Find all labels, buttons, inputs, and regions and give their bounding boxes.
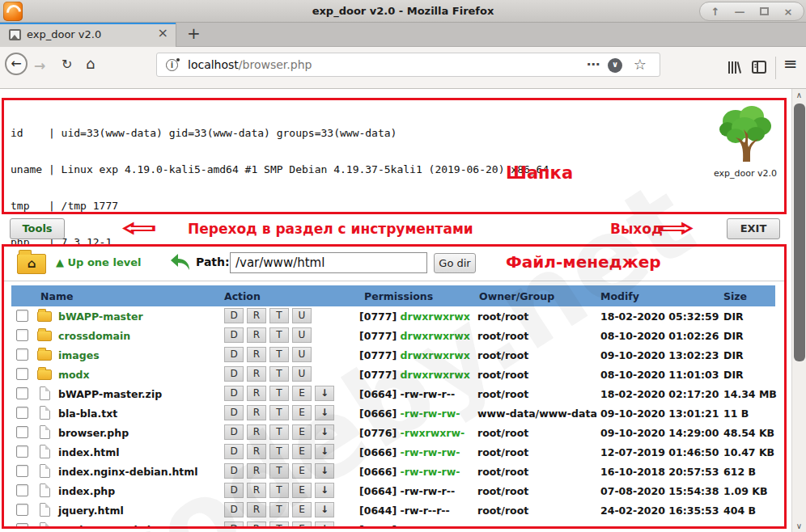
action-button-T[interactable]: T xyxy=(269,386,289,401)
column-header-name[interactable]: Name xyxy=(40,290,73,302)
tools-button[interactable]: Tools xyxy=(10,218,65,239)
vertical-scrollbar[interactable]: ∧ ∨ xyxy=(791,89,806,532)
shade-button[interactable]: ↑ xyxy=(710,3,721,19)
action-button-D[interactable]: D xyxy=(224,483,244,498)
back-button[interactable]: ← xyxy=(5,53,28,75)
action-button-↓[interactable]: ↓ xyxy=(315,463,334,479)
maximize-button[interactable] xyxy=(758,3,770,19)
site-info-icon[interactable]: i xyxy=(166,59,178,71)
action-button-E[interactable]: E xyxy=(292,444,312,459)
tab-close-button[interactable]: × xyxy=(158,25,168,40)
home-folder-button[interactable]: ⌂ xyxy=(17,249,48,275)
action-button-R[interactable]: R xyxy=(247,444,266,459)
action-button-R[interactable]: R xyxy=(247,347,266,362)
action-button-R[interactable]: R xyxy=(247,366,266,382)
row-checkbox[interactable] xyxy=(16,484,28,496)
action-button-T[interactable]: T xyxy=(269,366,289,382)
action-button-T[interactable]: T xyxy=(269,483,289,498)
row-checkbox[interactable] xyxy=(16,426,28,438)
action-button-D[interactable]: D xyxy=(224,405,244,420)
file-name[interactable]: index.php xyxy=(58,485,115,497)
tab-exp-door[interactable]: exp_door v2.0 × xyxy=(0,23,176,47)
minimize-button[interactable]: — xyxy=(734,3,745,19)
action-button-E[interactable]: E xyxy=(292,463,312,479)
row-checkbox[interactable] xyxy=(16,504,28,516)
close-button[interactable]: × xyxy=(783,3,794,19)
action-button-T[interactable]: T xyxy=(269,502,289,517)
forward-button[interactable]: → xyxy=(34,57,45,74)
action-button-D[interactable]: D xyxy=(224,521,244,529)
action-button-R[interactable]: R xyxy=(247,327,266,343)
action-button-T[interactable]: T xyxy=(269,521,289,529)
row-checkbox[interactable] xyxy=(16,368,28,380)
action-button-T[interactable]: T xyxy=(269,405,289,420)
action-button-D[interactable]: D xyxy=(224,463,244,479)
action-button-T[interactable]: T xyxy=(269,444,289,459)
file-name[interactable]: jquery.html xyxy=(58,505,124,517)
row-checkbox[interactable] xyxy=(16,310,28,322)
action-button-D[interactable]: D xyxy=(224,386,244,401)
action-button-R[interactable]: R xyxy=(247,308,266,323)
action-button-E[interactable]: E xyxy=(292,386,312,401)
new-tab-button[interactable]: + xyxy=(187,23,201,43)
row-checkbox[interactable] xyxy=(16,348,28,361)
column-header-modify[interactable]: Modify xyxy=(600,290,639,302)
action-button-↓[interactable]: ↓ xyxy=(315,502,334,517)
row-checkbox[interactable] xyxy=(16,445,28,458)
row-checkbox[interactable] xyxy=(16,523,28,529)
path-input[interactable] xyxy=(230,252,427,273)
action-button-E[interactable]: E xyxy=(292,424,312,440)
address-bar[interactable]: i localhost/browser.php ⋯ ∨ ☆ xyxy=(156,53,660,77)
action-button-D[interactable]: D xyxy=(224,502,244,517)
action-button-T[interactable]: T xyxy=(269,424,289,440)
hamburger-menu-icon[interactable]: ≡ xyxy=(783,54,798,74)
action-button-↓[interactable]: ↓ xyxy=(315,405,334,420)
action-button-D[interactable]: D xyxy=(224,444,244,459)
file-name[interactable]: browser.php xyxy=(58,427,129,439)
action-button-E[interactable]: E xyxy=(292,521,312,529)
action-button-T[interactable]: T xyxy=(269,327,289,343)
scroll-up-icon[interactable]: ∧ xyxy=(792,91,806,99)
action-button-E[interactable]: E xyxy=(292,483,312,498)
action-button-T[interactable]: T xyxy=(269,347,289,362)
file-name[interactable]: modx xyxy=(58,369,90,381)
action-button-D[interactable]: D xyxy=(224,308,244,323)
pocket-icon[interactable]: ∨ xyxy=(608,58,622,73)
action-button-D[interactable]: D xyxy=(224,366,244,382)
action-button-R[interactable]: R xyxy=(247,424,266,440)
action-button-D[interactable]: D xyxy=(224,347,244,362)
file-name[interactable]: index.nginx-debian.html xyxy=(58,466,198,478)
action-button-R[interactable]: R xyxy=(247,463,266,479)
file-name[interactable]: crossdomain xyxy=(58,330,130,342)
bookmark-star-icon[interactable]: ☆ xyxy=(634,56,647,73)
up-one-level-link[interactable]: ▲ Up one level xyxy=(56,256,141,268)
file-name[interactable]: modx-2.7.2-pl.zip xyxy=(58,524,158,529)
column-header-size[interactable]: Size xyxy=(723,290,747,302)
action-button-↓[interactable]: ↓ xyxy=(315,483,334,498)
action-button-T[interactable]: T xyxy=(269,463,289,479)
action-button-↓[interactable]: ↓ xyxy=(315,521,334,529)
file-name[interactable]: bWAPP-master.zip xyxy=(58,388,162,400)
action-button-D[interactable]: D xyxy=(224,327,244,343)
action-button-U[interactable]: U xyxy=(292,366,312,382)
action-button-D[interactable]: D xyxy=(224,424,244,440)
action-button-R[interactable]: R xyxy=(247,386,266,401)
action-button-T[interactable]: T xyxy=(269,308,289,323)
action-button-R[interactable]: R xyxy=(247,502,266,517)
library-icon[interactable] xyxy=(726,59,742,78)
go-dir-button[interactable]: Go dir xyxy=(434,253,476,273)
action-button-↓[interactable]: ↓ xyxy=(315,424,334,440)
home-button[interactable]: ⌂ xyxy=(86,55,95,72)
file-name[interactable]: index.html xyxy=(58,446,120,458)
exit-button[interactable]: EXIT xyxy=(727,218,780,239)
action-button-R[interactable]: R xyxy=(247,483,266,498)
row-checkbox[interactable] xyxy=(16,407,28,419)
url-text[interactable]: localhost/browser.php xyxy=(188,58,312,71)
action-button-↓[interactable]: ↓ xyxy=(315,386,334,401)
action-button-U[interactable]: U xyxy=(292,308,312,323)
action-button-U[interactable]: U xyxy=(292,347,312,362)
page-actions-icon[interactable]: ⋯ xyxy=(587,57,600,72)
action-button-↓[interactable]: ↓ xyxy=(315,444,334,459)
file-name[interactable]: bWAPP-master xyxy=(58,310,143,323)
action-button-U[interactable]: U xyxy=(292,327,312,343)
